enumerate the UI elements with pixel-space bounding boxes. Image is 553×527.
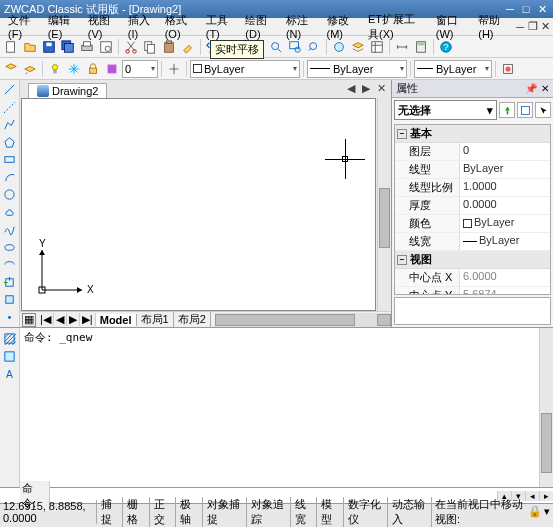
dist-icon[interactable] [393, 38, 411, 56]
tab-close-icon[interactable]: ✕ [374, 82, 389, 95]
cmd-vscroll-thumb[interactable] [541, 413, 552, 473]
plotstyle-icon[interactable] [499, 60, 517, 78]
hatch-icon[interactable] [2, 330, 18, 346]
zoom-realtime-icon[interactable] [267, 38, 285, 56]
copy-icon[interactable] [141, 38, 159, 56]
prop-lineweight[interactable]: 线宽ByLayer [395, 233, 550, 251]
status-otrack[interactable]: 对象追踪 [247, 497, 291, 527]
layer-icon[interactable] [349, 38, 367, 56]
light-on-icon[interactable] [46, 60, 64, 78]
vertical-scrollbar[interactable] [377, 98, 391, 311]
block-icon[interactable] [2, 292, 18, 308]
color-dropdown[interactable]: ByLayer ▾ [190, 60, 300, 78]
lineweight-dropdown[interactable]: ByLayer ▾ [414, 60, 492, 78]
matchprop-icon[interactable] [179, 38, 197, 56]
plot-icon[interactable] [78, 38, 96, 56]
cat-basic[interactable]: −基本 [395, 125, 550, 143]
region-icon[interactable] [2, 348, 18, 364]
doc-tab-drawing2[interactable]: Drawing2 [28, 83, 107, 98]
hscroll-thumb[interactable] [215, 314, 355, 326]
cat-view[interactable]: −视图 [395, 251, 550, 269]
command-history[interactable]: 命令: _qnew [20, 328, 539, 487]
status-osnap[interactable]: 对象捕捉 [203, 497, 247, 527]
insert-icon[interactable] [2, 275, 18, 291]
layer-state-dropdown[interactable]: 0▾ [122, 60, 158, 78]
saveall-icon[interactable] [59, 38, 77, 56]
prop-thickness[interactable]: 厚度0.0000 [395, 197, 550, 215]
status-snap[interactable]: 捕捉 [97, 497, 124, 527]
open-icon[interactable] [21, 38, 39, 56]
hscroll-right[interactable] [377, 314, 391, 326]
cmd-vertical-scrollbar[interactable] [539, 328, 553, 487]
close-button[interactable]: ✕ [535, 2, 549, 16]
props-icon[interactable] [368, 38, 386, 56]
maximize-button[interactable]: □ [519, 2, 533, 16]
prop-layer[interactable]: 图层0 [395, 143, 550, 161]
layout-tab-2[interactable]: 布局2 [174, 312, 211, 327]
new-icon[interactable] [2, 38, 20, 56]
save-icon[interactable] [40, 38, 58, 56]
prop-color[interactable]: 颜色ByLayer [395, 215, 550, 233]
preview-icon[interactable] [97, 38, 115, 56]
arc-icon[interactable] [2, 170, 18, 186]
status-menu-icon[interactable]: ▾ [542, 505, 553, 518]
tab-next-icon[interactable]: ▶ [67, 313, 80, 326]
lock-icon[interactable] [84, 60, 102, 78]
vscroll-thumb[interactable] [379, 188, 390, 248]
status-model[interactable]: 模型 [317, 497, 344, 527]
help-icon[interactable]: ? [437, 38, 455, 56]
doc-minimize-button[interactable]: ─ [515, 20, 526, 34]
prop-ltscale[interactable]: 线型比例1.0000 [395, 179, 550, 197]
menu-help[interactable]: 帮助(H) [472, 12, 513, 41]
prop-linetype[interactable]: 线型ByLayer [395, 161, 550, 179]
point-icon[interactable] [2, 310, 18, 326]
doc-restore-button[interactable]: ❐ [528, 20, 539, 34]
ellipse-icon[interactable] [2, 240, 18, 256]
layer-prev-icon[interactable] [21, 60, 39, 78]
color-icon[interactable] [103, 60, 121, 78]
linetype-dropdown[interactable]: ByLayer ▾ [307, 60, 407, 78]
status-tablet[interactable]: 数字化仪 [344, 497, 388, 527]
status-ortho[interactable]: 正交 [150, 497, 177, 527]
zoom-window-icon[interactable] [286, 38, 304, 56]
props-close-icon[interactable]: ✕ [541, 83, 549, 94]
linetype-icon[interactable] [165, 60, 183, 78]
pin-icon[interactable]: 📌 [525, 83, 537, 94]
rectangle-icon[interactable] [2, 152, 18, 168]
prop-cy[interactable]: 中心点 Y5.6874 [395, 287, 550, 295]
status-lwt[interactable]: 线宽 [291, 497, 318, 527]
ellipsearc-icon[interactable] [2, 257, 18, 273]
horizontal-scrollbar[interactable] [215, 313, 391, 327]
tab-prev-icon[interactable]: ◀ [54, 313, 67, 326]
layer-mgr-icon[interactable] [2, 60, 20, 78]
render-icon[interactable] [330, 38, 348, 56]
grid-toggle-icon[interactable]: ▦ [22, 313, 36, 327]
spline-icon[interactable] [2, 222, 18, 238]
freeze-icon[interactable] [65, 60, 83, 78]
prop-cx[interactable]: 中心点 X6.0000 [395, 269, 550, 287]
selection-dropdown[interactable]: 无选择 ▾ [394, 100, 497, 120]
status-polar[interactable]: 极轴 [176, 497, 203, 527]
circle-icon[interactable] [2, 187, 18, 203]
layout-tab-model[interactable]: Model [96, 314, 137, 326]
coordinates[interactable]: 12.6915, 8.8858, 0.0000 [0, 500, 97, 524]
text-icon[interactable]: A [2, 366, 18, 382]
line-icon[interactable] [2, 82, 18, 98]
pickadd-icon[interactable] [517, 102, 533, 118]
paste-icon[interactable] [160, 38, 178, 56]
tab-left-icon[interactable]: ◀ [344, 82, 358, 95]
tab-right-icon[interactable]: ▶ [359, 82, 373, 95]
pline-icon[interactable] [2, 117, 18, 133]
selectobj-icon[interactable] [535, 102, 551, 118]
status-dyn[interactable]: 动态输入 [388, 497, 432, 527]
cmd-right-icon[interactable]: ▸ [539, 491, 553, 501]
polygon-icon[interactable] [2, 135, 18, 151]
status-grid[interactable]: 栅格 [123, 497, 150, 527]
tab-first-icon[interactable]: |◀ [38, 313, 54, 326]
status-lock-icon[interactable]: 🔒 [528, 505, 542, 518]
zoom-prev-icon[interactable] [305, 38, 323, 56]
revcloud-icon[interactable] [2, 205, 18, 221]
calc-icon[interactable] [412, 38, 430, 56]
xline-icon[interactable] [2, 100, 18, 116]
drawing-canvas[interactable]: X Y [21, 98, 376, 311]
